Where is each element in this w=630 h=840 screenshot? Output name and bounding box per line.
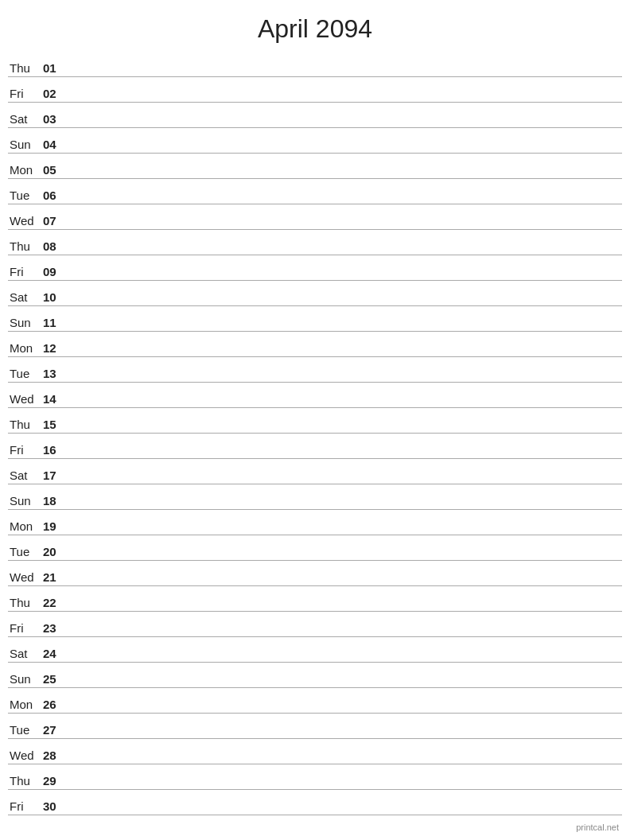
day-row: Thu22 bbox=[8, 586, 622, 612]
day-name: Wed bbox=[8, 214, 43, 228]
day-name: Sun bbox=[8, 138, 43, 151]
day-row: Mon19 bbox=[8, 510, 622, 535]
day-number: 26 bbox=[43, 698, 67, 711]
day-name: Wed bbox=[8, 392, 43, 406]
day-number: 23 bbox=[43, 621, 67, 635]
day-number: 22 bbox=[43, 596, 67, 609]
day-name: Sun bbox=[8, 494, 43, 508]
day-row: Mon12 bbox=[8, 332, 622, 357]
day-name: Sun bbox=[8, 316, 43, 329]
day-number: 06 bbox=[43, 189, 67, 202]
day-row: Thu15 bbox=[8, 408, 622, 434]
day-number: 28 bbox=[43, 749, 67, 762]
day-name: Tue bbox=[8, 545, 43, 558]
day-row: Tue06 bbox=[8, 179, 622, 204]
day-name: Fri bbox=[8, 799, 43, 813]
day-name: Tue bbox=[8, 367, 43, 380]
day-name: Tue bbox=[8, 723, 43, 737]
day-row: Sat10 bbox=[8, 281, 622, 306]
day-row: Sun25 bbox=[8, 663, 622, 688]
day-number: 27 bbox=[43, 723, 67, 737]
day-number: 18 bbox=[43, 494, 67, 508]
day-name: Thu bbox=[8, 774, 43, 788]
day-row: Tue20 bbox=[8, 535, 622, 561]
day-row: Sun04 bbox=[8, 128, 622, 154]
day-number: 05 bbox=[43, 163, 67, 177]
day-number: 15 bbox=[43, 418, 67, 431]
day-number: 10 bbox=[43, 290, 67, 304]
day-name: Wed bbox=[8, 570, 43, 584]
calendar-grid: Thu01Fri02Sat03Sun04Mon05Tue06Wed07Thu08… bbox=[0, 52, 630, 815]
day-name: Thu bbox=[8, 596, 43, 609]
day-row: Wed14 bbox=[8, 383, 622, 408]
day-name: Thu bbox=[8, 61, 43, 75]
day-name: Fri bbox=[8, 265, 43, 278]
day-row: Fri02 bbox=[8, 77, 622, 103]
day-name: Mon bbox=[8, 163, 43, 177]
day-name: Sat bbox=[8, 112, 43, 126]
day-row: Tue13 bbox=[8, 357, 622, 383]
day-number: 08 bbox=[43, 239, 67, 253]
day-number: 14 bbox=[43, 392, 67, 406]
day-number: 16 bbox=[43, 443, 67, 457]
day-name: Fri bbox=[8, 621, 43, 635]
day-row: Sun11 bbox=[8, 306, 622, 332]
day-number: 09 bbox=[43, 265, 67, 278]
day-row: Wed07 bbox=[8, 204, 622, 230]
day-name: Sat bbox=[8, 647, 43, 660]
day-name: Wed bbox=[8, 749, 43, 762]
day-number: 01 bbox=[43, 61, 67, 75]
day-name: Sun bbox=[8, 672, 43, 686]
day-name: Sat bbox=[8, 290, 43, 304]
day-row: Thu08 bbox=[8, 230, 622, 255]
day-row: Fri09 bbox=[8, 255, 622, 281]
day-number: 04 bbox=[43, 138, 67, 151]
day-row: Thu01 bbox=[8, 52, 622, 77]
day-name: Mon bbox=[8, 698, 43, 711]
day-row: Mon26 bbox=[8, 688, 622, 714]
day-row: Fri23 bbox=[8, 612, 622, 637]
watermark: printcal.net bbox=[576, 822, 619, 832]
day-name: Thu bbox=[8, 418, 43, 431]
day-name: Fri bbox=[8, 87, 43, 100]
page-title: April 2094 bbox=[0, 0, 630, 52]
day-number: 19 bbox=[43, 519, 67, 533]
day-number: 29 bbox=[43, 774, 67, 788]
day-row: Sat17 bbox=[8, 459, 622, 484]
day-row: Wed21 bbox=[8, 561, 622, 586]
day-row: Tue27 bbox=[8, 714, 622, 739]
day-row: Thu29 bbox=[8, 764, 622, 790]
day-number: 21 bbox=[43, 570, 67, 584]
day-name: Tue bbox=[8, 189, 43, 202]
day-number: 02 bbox=[43, 87, 67, 100]
day-row: Mon05 bbox=[8, 154, 622, 179]
day-number: 17 bbox=[43, 469, 67, 482]
day-name: Thu bbox=[8, 239, 43, 253]
day-number: 03 bbox=[43, 112, 67, 126]
day-name: Mon bbox=[8, 519, 43, 533]
day-row: Wed28 bbox=[8, 739, 622, 764]
day-row: Sat03 bbox=[8, 103, 622, 128]
day-name: Sat bbox=[8, 469, 43, 482]
day-number: 24 bbox=[43, 647, 67, 660]
day-number: 25 bbox=[43, 672, 67, 686]
day-number: 20 bbox=[43, 545, 67, 558]
day-row: Fri16 bbox=[8, 434, 622, 459]
day-number: 12 bbox=[43, 341, 67, 355]
day-name: Fri bbox=[8, 443, 43, 457]
day-number: 30 bbox=[43, 799, 67, 813]
day-name: Mon bbox=[8, 341, 43, 355]
day-number: 13 bbox=[43, 367, 67, 380]
day-number: 07 bbox=[43, 214, 67, 228]
day-row: Sat24 bbox=[8, 637, 622, 663]
day-row: Sun18 bbox=[8, 484, 622, 510]
day-row: Fri30 bbox=[8, 790, 622, 815]
day-number: 11 bbox=[43, 316, 67, 329]
